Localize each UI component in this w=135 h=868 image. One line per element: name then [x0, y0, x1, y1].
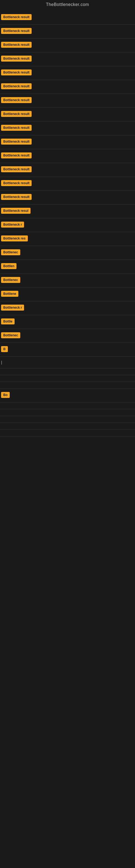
list-item: [0, 368, 135, 375]
list-item: Bottleneck r: [0, 218, 135, 232]
list-item: Bottlen: [0, 260, 135, 273]
bottleneck-badge[interactable]: B: [1, 346, 8, 352]
list-item: Bottleneck result: [0, 149, 135, 163]
list-item: [0, 416, 135, 423]
list-item: [0, 382, 135, 389]
list-item: Bottleneck result: [0, 25, 135, 38]
bottleneck-badge[interactable]: Bottleneck result: [1, 125, 32, 131]
bottleneck-badge[interactable]: Bottlen: [1, 263, 16, 269]
list-item: Bottleneck result: [0, 94, 135, 107]
bottleneck-badge[interactable]: Bottleneck result: [1, 194, 32, 200]
divider: [0, 436, 135, 436]
list-item: [0, 423, 135, 429]
list-item: Bottleneck result: [0, 135, 135, 149]
bottleneck-badge[interactable]: Bottleneck result: [1, 83, 32, 89]
bottleneck-badge[interactable]: Bottleneck r: [1, 222, 24, 227]
bottleneck-badge[interactable]: Bottleneck result: [1, 56, 32, 62]
list-item: Bottle: [0, 315, 135, 329]
list-item: Bottleneck r: [0, 301, 135, 315]
bottleneck-badge[interactable]: Bottleneck result: [1, 69, 32, 75]
bottleneck-badge[interactable]: Bottleneck result: [1, 97, 32, 103]
bottleneck-badge[interactable]: Bottlenec: [1, 277, 20, 283]
bottleneck-badge[interactable]: Bottlenec: [1, 249, 20, 255]
bottleneck-badge[interactable]: Bottleneck result: [1, 42, 32, 48]
list-item: Bottleneck result: [0, 52, 135, 66]
bottleneck-badge[interactable]: Bottleneck result: [1, 28, 32, 34]
bottleneck-badge[interactable]: Bo: [1, 392, 10, 398]
bottleneck-badge[interactable]: Bottleneck resul: [1, 208, 31, 214]
list-item: Bottlenec: [0, 246, 135, 259]
list-item: Bottleneck result: [0, 163, 135, 177]
list-item: Bottleneck result: [0, 191, 135, 204]
bottleneck-badge[interactable]: Bottleneck result: [1, 111, 32, 117]
list-item: Bo: [0, 389, 135, 402]
list-item: Bottleneck result: [0, 108, 135, 121]
bottleneck-badge[interactable]: Bottleneck result: [1, 180, 32, 186]
list-item: [0, 409, 135, 416]
bottleneck-badge[interactable]: Bottleneck result: [1, 138, 32, 145]
list-item: Bottleneck result: [0, 66, 135, 80]
list-item: B: [0, 343, 135, 356]
list-item: Bottleneck resul: [0, 205, 135, 218]
list-item: [0, 375, 135, 382]
list-item: |: [0, 357, 135, 368]
list-item: Bottleneck result: [0, 11, 135, 24]
bottleneck-badge[interactable]: Bottlenec: [1, 332, 20, 338]
bottleneck-badge[interactable]: Bottleneck result: [1, 14, 32, 20]
bottleneck-badge[interactable]: Bottleneck res: [1, 236, 28, 241]
list-item: [0, 430, 135, 436]
site-title: TheBottlenecker.com: [0, 0, 135, 10]
pipe-char: |: [1, 360, 2, 365]
list-item: Bottleneck result: [0, 177, 135, 190]
bottleneck-badge[interactable]: Bottle: [1, 318, 14, 324]
list-item: Bottleneck result: [0, 122, 135, 135]
list-item: Bottleneck res: [0, 232, 135, 246]
list-item: Bottlene: [0, 287, 135, 301]
items-container: Bottleneck resultBottleneck resultBottle…: [0, 10, 135, 436]
list-item: Bottlenec: [0, 274, 135, 287]
bottleneck-badge[interactable]: Bottleneck r: [1, 305, 24, 311]
bottleneck-badge[interactable]: Bottleneck result: [1, 166, 32, 172]
list-item: Bottlenec: [0, 329, 135, 343]
list-item: Bottleneck result: [0, 38, 135, 52]
bottleneck-badge[interactable]: Bottlene: [1, 291, 18, 297]
list-item: [0, 403, 135, 409]
bottleneck-badge[interactable]: Bottleneck result: [1, 152, 32, 158]
list-item: Bottleneck result: [0, 80, 135, 94]
